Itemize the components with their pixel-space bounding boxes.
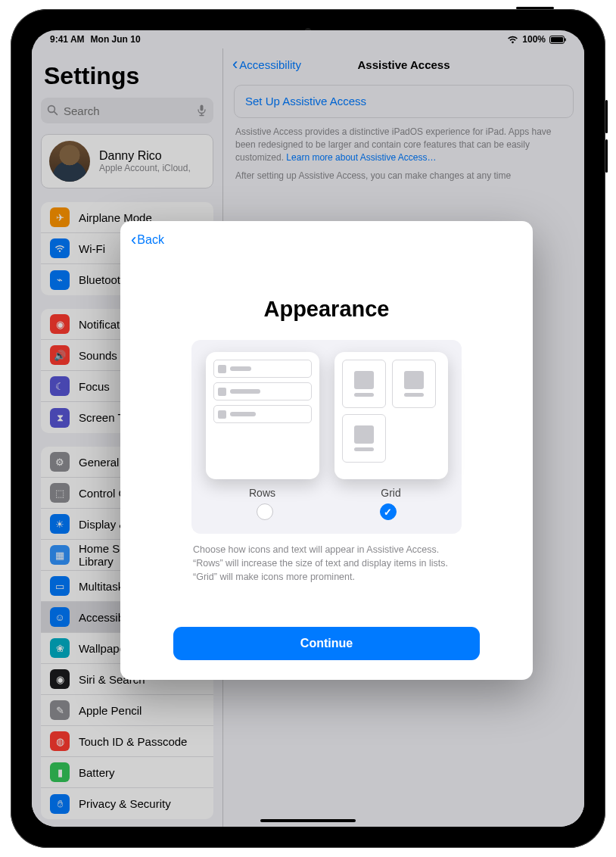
grid-option-label: Grid: [334, 487, 448, 499]
modal-title: Appearance: [120, 297, 533, 322]
chevron-left-icon: ‹: [131, 232, 136, 248]
appearance-description: Choose how icons and text will appear in…: [191, 543, 462, 584]
continue-button[interactable]: Continue: [173, 627, 480, 660]
appearance-modal: ‹ Back Appearance Rows: [120, 221, 533, 680]
volume-up-button[interactable]: [605, 100, 608, 133]
rows-radio[interactable]: [257, 503, 273, 520]
home-indicator[interactable]: [260, 819, 356, 822]
power-button[interactable]: [516, 7, 554, 9]
modal-back-button[interactable]: ‹ Back: [131, 232, 164, 248]
appearance-options: Rows Grid: [191, 340, 462, 534]
volume-down-button[interactable]: [605, 139, 608, 173]
ipad-device-frame: 9:41 AM Mon Jun 10 100% Settings: [11, 9, 605, 848]
screen: 9:41 AM Mon Jun 10 100% Settings: [32, 30, 584, 827]
grid-radio[interactable]: [380, 503, 397, 520]
modal-back-label: Back: [137, 233, 164, 247]
grid-preview[interactable]: [334, 352, 448, 479]
rows-preview[interactable]: [206, 352, 319, 479]
rows-option-label: Rows: [206, 487, 319, 499]
